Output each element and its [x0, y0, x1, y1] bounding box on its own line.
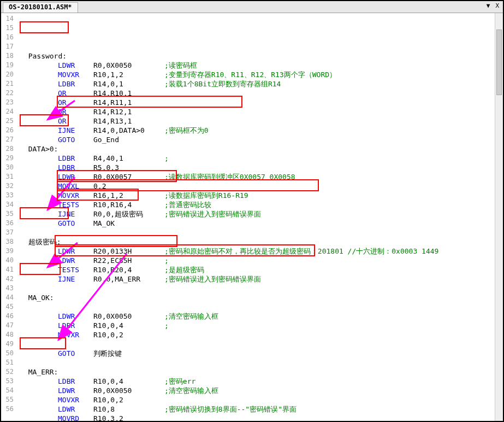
- comment: ;清空密码输入框: [164, 312, 218, 321]
- operand: R10,R16,4: [93, 200, 164, 209]
- code-line[interactable]: GOTOMA_OK: [20, 219, 503, 228]
- scrollbar-thumb[interactable]: [496, 30, 502, 95]
- code-line[interactable]: LDBRR5,0,3: [20, 163, 503, 172]
- mnemonic: LDBR: [58, 79, 93, 89]
- comment: ;读数据库密码到R16-R19: [164, 191, 248, 200]
- operand: R0,0X0050: [93, 312, 164, 321]
- mnemonic: GOTO: [58, 349, 93, 358]
- mnemonic: IJNE: [58, 209, 93, 219]
- code-line[interactable]: ORR14,R11,1: [20, 98, 503, 107]
- comment: ;密码错误切换到8界面--"密码错误"界面: [164, 405, 297, 414]
- mnemonic: GOTO: [58, 135, 93, 144]
- code-line[interactable]: LDBRR4,40,1;: [20, 154, 503, 163]
- code-line[interactable]: GOTO判断按键: [20, 349, 503, 358]
- line-number: 19: [1, 61, 14, 70]
- line-number: 47: [1, 321, 14, 330]
- code-line[interactable]: LDWRR0,0X0050;读密码框: [20, 61, 503, 70]
- file-tab[interactable]: OS-20180101.ASM*: [3, 2, 78, 13]
- code-line[interactable]: MA_ERR:: [20, 367, 503, 377]
- code-line[interactable]: MOVXRR10,1,2;变量到寄存器R10、R11、R12、R13两个字（WO…: [20, 70, 503, 79]
- line-gutter: 1415161718192021222324252627282930313233…: [1, 13, 17, 421]
- label: Password:: [20, 51, 67, 61]
- code-line[interactable]: TESTSR10,R16,4;普通密码比较: [20, 200, 503, 209]
- label: MA_ERR:: [20, 367, 58, 377]
- code-line[interactable]: ORR14,R10,1: [20, 89, 503, 98]
- code-line[interactable]: ORR14,R12,1: [20, 107, 503, 116]
- code-line[interactable]: [20, 302, 503, 312]
- line-number: 24: [1, 107, 14, 116]
- code-line[interactable]: [20, 228, 503, 237]
- mnemonic: TESTS: [58, 265, 93, 274]
- code-line[interactable]: LDWRR0,0X0050;清空密码输入框: [20, 312, 503, 321]
- line-number: 15: [1, 24, 14, 33]
- code-line[interactable]: LDBRR10,0,4;密码err: [20, 377, 503, 386]
- line-number: 39: [1, 247, 14, 256]
- code-editor[interactable]: 1415161718192021222324252627282930313233…: [1, 13, 503, 421]
- mnemonic: LDWR: [58, 256, 93, 265]
- code-line[interactable]: MOVRDR10,3,2: [20, 414, 503, 422]
- mnemonic: OR: [58, 107, 93, 116]
- operand: R10,8: [93, 405, 164, 414]
- code-line[interactable]: MOVXRR10,0,2: [20, 330, 503, 339]
- code-line[interactable]: IJNER0,0,MA_ERR;密码错误进入到密码错误界面: [20, 274, 503, 284]
- line-number: 55: [1, 395, 14, 405]
- code-line[interactable]: LDWRR20,0133H;密码和原始密码不对，再比较是否为超级密码：20180…: [20, 247, 503, 256]
- code-line[interactable]: [20, 358, 503, 367]
- mnemonic: LDWR: [58, 61, 93, 70]
- line-number: 23: [1, 98, 14, 107]
- operand: R10,1,2: [93, 70, 164, 79]
- mnemonic: MOVRD: [58, 414, 93, 422]
- operand: R14,R11,1: [93, 98, 164, 107]
- code-line[interactable]: ORR14,R13,1: [20, 116, 503, 126]
- line-number: 56: [1, 405, 14, 414]
- code-line[interactable]: IJNER0,0,超级密码;密码错误进入到密码错误界面: [20, 209, 503, 219]
- code-line[interactable]: IJNER14,0,DATA>0;密码框不为0: [20, 126, 503, 135]
- code-line[interactable]: [20, 284, 503, 293]
- mnemonic: MOVXL: [58, 181, 93, 191]
- tab-dropdown-icon[interactable]: ▼: [485, 2, 492, 9]
- operand: R20,0133H: [93, 247, 164, 256]
- line-number: 49: [1, 339, 14, 349]
- operand: R0,0X0050: [93, 61, 164, 70]
- line-number: 38: [1, 237, 14, 247]
- tab-close-icon[interactable]: X: [494, 2, 501, 9]
- mnemonic: LDBR: [58, 154, 93, 163]
- code-line[interactable]: MA_OK:: [20, 293, 503, 302]
- code-area[interactable]: Password:LDWRR0,0X0050;读密码框MOVXRR10,1,2;…: [17, 13, 503, 421]
- operand: R10,0,4: [93, 377, 164, 386]
- mnemonic: IJNE: [58, 126, 93, 135]
- code-line[interactable]: [20, 42, 503, 51]
- code-line[interactable]: MOVXRR16,1,2;读数据库密码到R16-R19: [20, 191, 503, 200]
- line-number: 25: [1, 116, 14, 126]
- mnemonic: OR: [58, 98, 93, 107]
- label: DATA>0:: [20, 144, 58, 154]
- vertical-scrollbar[interactable]: [495, 13, 503, 421]
- code-line[interactable]: LDWRR0,0X0050;清空密码输入框: [20, 386, 503, 395]
- code-line[interactable]: LDWRR0,0X0057;读数据库密码到缓冲区0X0057 0X0058: [20, 172, 503, 181]
- operand: MA_OK: [93, 219, 164, 228]
- code-line[interactable]: LDBRR10,0,4;: [20, 321, 503, 330]
- comment: ;读数据库密码到缓冲区0X0057 0X0058: [164, 172, 295, 181]
- code-line[interactable]: [20, 339, 503, 349]
- code-line[interactable]: GOTOGo_End: [20, 135, 503, 144]
- mnemonic: OR: [58, 89, 93, 98]
- code-line[interactable]: TESTSR10,R20,4;是超级密码: [20, 265, 503, 274]
- code-line[interactable]: DATA>0:: [20, 144, 503, 154]
- code-line[interactable]: 超级密码:: [20, 237, 503, 247]
- operand: R0,0X0057: [93, 172, 164, 181]
- code-line[interactable]: MOVXRR10,0,2: [20, 395, 503, 405]
- operand: R0,0X0050: [93, 386, 164, 395]
- code-line[interactable]: LDWRR10,8;密码错误切换到8界面--"密码错误"界面: [20, 405, 503, 414]
- mnemonic: LDWR: [58, 405, 93, 414]
- operand: 0,2: [93, 181, 164, 191]
- code-line[interactable]: MOVXL0,2: [20, 181, 503, 191]
- code-line[interactable]: LDWRR22,EC85H;: [20, 256, 503, 265]
- operand: R14,0,DATA>0: [93, 126, 164, 135]
- code-line[interactable]: Password:: [20, 51, 503, 61]
- operand: R10,3,2: [93, 414, 164, 422]
- code-line[interactable]: LDBRR14,0,1;装载1个8Bit立即数到寄存器组R14: [20, 79, 503, 89]
- comment: ;密码和原始密码不对，再比较是否为超级密码：201801 //十六进制：0x00…: [164, 247, 438, 256]
- comment: ;变量到寄存器R10、R11、R12、R13两个字（WORD）: [164, 70, 336, 79]
- operand: R10,0,4: [93, 321, 164, 330]
- line-number: 26: [1, 126, 14, 135]
